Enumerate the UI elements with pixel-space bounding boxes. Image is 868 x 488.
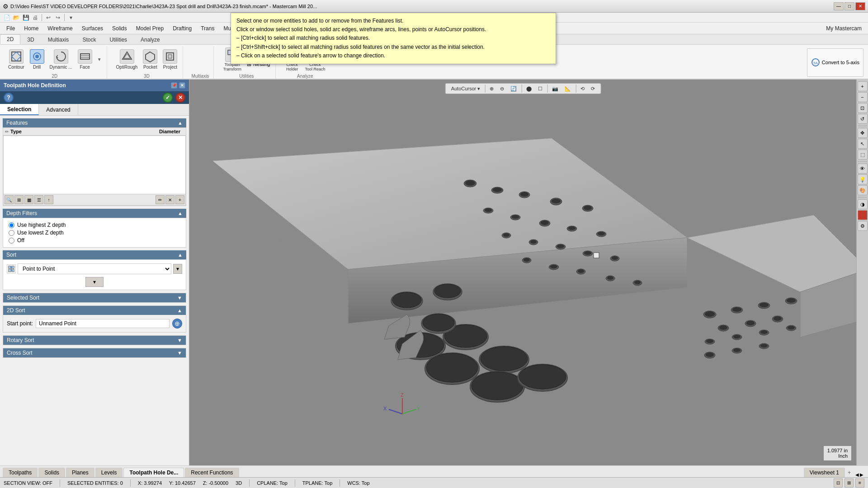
close-button[interactable]: ✕ xyxy=(855,2,865,10)
rt-settings-button[interactable]: ⚙ xyxy=(858,221,868,231)
project-button[interactable]: Project xyxy=(161,48,179,71)
menu-wireframe[interactable]: Wireframe xyxy=(43,23,77,34)
viewsheet-add-button[interactable]: + xyxy=(846,469,853,476)
expand-2d-button[interactable]: ▼ xyxy=(96,57,103,62)
menu-file[interactable]: File xyxy=(2,23,19,34)
undo-button[interactable]: ↩ xyxy=(44,14,52,22)
selected-sort-header[interactable]: Selected Sort ▼ xyxy=(3,293,186,302)
feat-delete-button[interactable]: ✕ xyxy=(165,195,175,204)
rt-shading-button[interactable]: ◑ xyxy=(858,199,868,209)
new-file-button[interactable]: 📄 xyxy=(3,14,11,22)
rotary-sort-header[interactable]: Rotary Sort ▼ xyxy=(3,336,186,345)
twod-sort-collapse-icon[interactable]: ▲ xyxy=(177,308,182,313)
rt-light-button[interactable]: 💡 xyxy=(858,174,868,184)
start-point-pick-button[interactable]: ⊕ xyxy=(172,319,182,328)
menu-solids[interactable]: Solids xyxy=(108,23,132,34)
ok-button[interactable]: ✓ xyxy=(163,93,173,103)
sort-collapse-icon[interactable]: ▲ xyxy=(178,252,183,258)
vp-zoom-out-button[interactable]: ⊖ xyxy=(497,85,507,93)
print-button[interactable]: 🖨 xyxy=(31,14,39,22)
selected-sort-collapse-icon[interactable]: ▼ xyxy=(177,295,182,300)
convert-to-5axis-button[interactable]: 5A Convert to 5-axis xyxy=(807,48,863,77)
menu-drafting[interactable]: Drafting xyxy=(168,23,196,34)
feat-table-button[interactable]: ☰ xyxy=(34,195,43,204)
viewsheet-scroll-right[interactable]: ▶ xyxy=(860,472,863,477)
rt-window-button[interactable]: ⬚ xyxy=(858,150,868,160)
depth-filters-collapse-icon[interactable]: ▲ xyxy=(178,211,183,216)
status-btn-2[interactable]: ⊞ xyxy=(844,479,854,488)
tab-viewsheet-1[interactable]: Viewsheet 1 xyxy=(804,468,845,477)
status-btn-1[interactable]: ⊡ xyxy=(834,479,843,488)
save-button[interactable]: 💾 xyxy=(22,14,30,22)
rt-view-button[interactable]: 👁 xyxy=(858,164,868,174)
optirough-button[interactable]: OptiRough xyxy=(114,48,140,71)
minimize-button[interactable]: — xyxy=(834,2,844,10)
vp-undo-button[interactable]: ⟲ xyxy=(578,85,587,93)
feat-filter-button[interactable]: ▦ xyxy=(24,195,33,204)
redo-button[interactable]: ↪ xyxy=(54,14,62,22)
tab-advanced[interactable]: Advanced xyxy=(39,104,78,115)
menu-home[interactable]: Home xyxy=(19,23,43,34)
sort-more-button[interactable]: ▾ xyxy=(85,277,104,287)
ribbon-tab-analyze[interactable]: Analyze xyxy=(134,34,167,44)
rt-select-button[interactable]: ↖ xyxy=(858,139,868,149)
radio-off[interactable]: Off xyxy=(9,237,180,244)
pocket-button[interactable]: Pocket xyxy=(141,48,159,71)
more-button[interactable]: ▾ xyxy=(67,14,75,22)
feat-add-button[interactable]: + xyxy=(175,195,184,204)
viewsheet-scroll-left[interactable]: ◀ xyxy=(855,472,859,477)
cross-sort-header[interactable]: Cross Sort ▼ xyxy=(3,348,186,357)
rt-render-button[interactable]: 🎨 xyxy=(858,185,868,195)
tab-solids[interactable]: Solids xyxy=(38,468,65,477)
drill-button[interactable]: Drill xyxy=(28,48,46,71)
sort-select[interactable]: Point to Point xyxy=(18,263,171,274)
vp-measure-button[interactable]: 📐 xyxy=(562,85,574,93)
menu-my-mastercam[interactable]: My Mastercam xyxy=(821,23,866,34)
viewport[interactable]: AutoCursor ▾ ⊕ ⊖ 🔄 ⬤ ☐ 📷 📐 ⟲ ⟳ xyxy=(190,80,856,465)
radio-off-input[interactable] xyxy=(9,238,14,244)
cross-sort-collapse-icon[interactable]: ▼ xyxy=(177,350,182,356)
tab-selection[interactable]: Selection xyxy=(0,104,39,115)
maximize-button[interactable]: □ xyxy=(844,2,854,10)
feat-up-button[interactable]: ↑ xyxy=(44,195,53,204)
vp-circle-button[interactable]: ⬤ xyxy=(524,85,534,93)
feat-zoom-button[interactable]: 🔍 xyxy=(5,195,14,204)
vp-rotate-button[interactable]: 🔄 xyxy=(508,85,519,93)
rt-pan-button[interactable]: ✥ xyxy=(858,128,868,138)
panel-close-button[interactable]: ✕ xyxy=(179,82,185,89)
radio-lowest-z[interactable]: Use lowest Z depth xyxy=(9,230,180,236)
tab-recent-functions[interactable]: Recent Functions xyxy=(185,468,239,477)
vp-camera-button[interactable]: 📷 xyxy=(549,85,561,93)
rt-fit-button[interactable]: ⊡ xyxy=(858,103,868,113)
open-button[interactable]: 📂 xyxy=(12,14,20,22)
autocursor-button[interactable]: AutoCursor ▾ xyxy=(448,85,483,93)
face-button[interactable]: Face xyxy=(76,48,94,71)
vp-zoom-in-button[interactable]: ⊕ xyxy=(487,85,496,93)
rt-rotate-button[interactable]: ↺ xyxy=(858,114,868,124)
ribbon-tab-3d[interactable]: 3D xyxy=(20,34,41,44)
feat-edit-button[interactable]: ✏ xyxy=(156,195,165,204)
panel-pin-button[interactable]: 📌 xyxy=(171,82,177,89)
sort-expand-button[interactable]: ▾ xyxy=(173,264,182,274)
contour-button[interactable]: Contour xyxy=(6,48,26,71)
start-point-input[interactable] xyxy=(36,319,170,328)
tab-toolpaths[interactable]: Toolpaths xyxy=(3,468,38,477)
twod-sort-header[interactable]: 2D Sort ▲ xyxy=(3,306,186,315)
dynamic-button[interactable]: Dynamic ... xyxy=(48,48,74,71)
radio-highest-z[interactable]: Use highest Z depth xyxy=(9,222,180,228)
radio-highest-z-input[interactable] xyxy=(9,222,14,228)
ribbon-tab-multiaxis[interactable]: Multiaxis xyxy=(41,34,76,44)
rt-zoom-out-button[interactable]: − xyxy=(858,92,868,102)
vp-select-button[interactable]: ☐ xyxy=(535,85,545,93)
feat-select-button[interactable]: ⊞ xyxy=(14,195,24,204)
rt-zoom-in-button[interactable]: + xyxy=(858,81,868,91)
tab-levels[interactable]: Levels xyxy=(95,468,123,477)
menu-surfaces[interactable]: Surfaces xyxy=(77,23,108,34)
features-header[interactable]: Features ▲ xyxy=(3,118,186,127)
help-button[interactable]: ? xyxy=(4,93,14,103)
ribbon-tab-stock[interactable]: Stock xyxy=(75,34,103,44)
menu-trans[interactable]: Trans xyxy=(196,23,219,34)
radio-lowest-z-input[interactable] xyxy=(9,230,14,236)
menu-model-prep[interactable]: Model Prep xyxy=(132,23,168,34)
vp-redo-button[interactable]: ⟳ xyxy=(588,85,598,93)
